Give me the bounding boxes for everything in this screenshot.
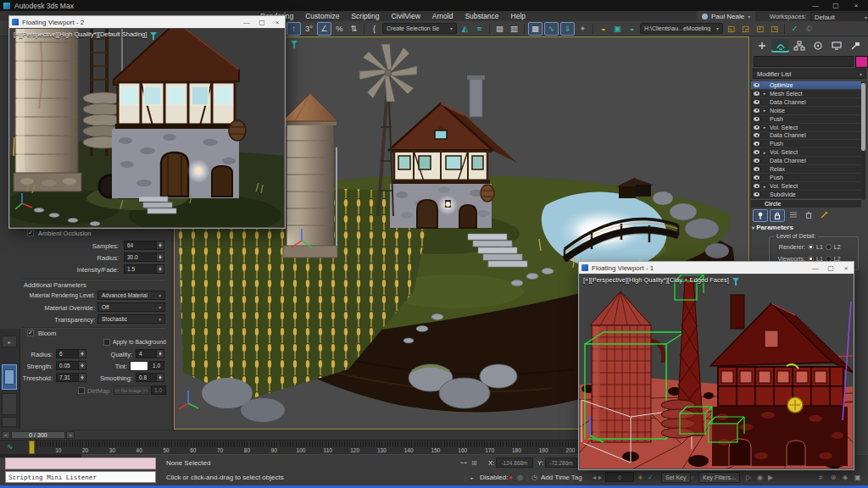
pin-stack-icon[interactable] bbox=[753, 209, 768, 222]
visibility-eye-icon[interactable] bbox=[754, 125, 760, 130]
floating-viewport-1-window[interactable]: Floating Viewport - 1 — ▢ × [+][Perspect… bbox=[578, 261, 854, 470]
samples-field[interactable]: 64 bbox=[124, 241, 164, 250]
strip-expand-button[interactable]: ▸ bbox=[2, 336, 17, 347]
modifier-row-relax[interactable]: Relax bbox=[751, 165, 861, 174]
base-object-row[interactable]: Circle bbox=[751, 199, 861, 208]
menu-civilview[interactable]: CivilView bbox=[385, 12, 426, 20]
previous-frame-button[interactable]: < bbox=[2, 431, 10, 439]
selection-set-dropdown[interactable]: Create Selection Se▾ bbox=[382, 23, 457, 34]
render-production-icon[interactable]: ◒ bbox=[626, 23, 638, 35]
quality-field[interactable]: 4 bbox=[136, 349, 164, 358]
spinner-arrows[interactable] bbox=[156, 350, 164, 358]
modifier-row-vol-select[interactable]: ▸Vol. Select bbox=[751, 124, 861, 132]
expand-arrow-icon[interactable]: ▸ bbox=[762, 125, 767, 130]
spinner-arrows[interactable] bbox=[78, 350, 86, 358]
parameters-rollout-header[interactable]: ▾ Parameters bbox=[752, 224, 867, 231]
percent-snap-icon[interactable]: % bbox=[333, 23, 346, 35]
maximize-icon[interactable]: ▢ bbox=[823, 263, 838, 274]
menu-scripting[interactable]: Scripting bbox=[345, 12, 385, 20]
arnold-disabled-icon[interactable]: © bbox=[803, 23, 815, 35]
modifier-row-push[interactable]: Push bbox=[751, 174, 861, 182]
threshold-field[interactable]: 7.31 bbox=[56, 373, 86, 382]
modifier-row-push[interactable]: Push bbox=[751, 140, 861, 148]
minimize-icon[interactable]: — bbox=[239, 17, 254, 28]
dirtmap-checkbox[interactable] bbox=[78, 387, 85, 394]
modifier-list-dropdown[interactable]: Modifier List ▾ bbox=[753, 69, 866, 79]
floating-viewport-2-window[interactable]: Floating Viewport - 2 — ▢ × [+][Perspect… bbox=[8, 15, 286, 229]
transparency-dropdown[interactable]: Stochastic▾ bbox=[97, 314, 165, 324]
dirtmap-value-field[interactable]: 1.0 bbox=[151, 385, 166, 395]
pan-icon[interactable]: ◈ bbox=[843, 474, 848, 481]
modifier-row-noise[interactable]: ▸Noise bbox=[751, 107, 861, 115]
time-tag-clock-icon[interactable]: ◷ bbox=[531, 474, 537, 481]
modifier-row-vol-select[interactable]: ▸Vol. Select bbox=[751, 182, 861, 191]
layer-explorer-icon[interactable]: ▥ bbox=[508, 23, 520, 35]
object-color-swatch[interactable] bbox=[855, 56, 868, 68]
key-filters-button[interactable]: Key Filters... bbox=[698, 472, 740, 483]
window-minimize-button[interactable]: — bbox=[805, 0, 826, 11]
maximize-viewport-icon[interactable]: ▣ bbox=[854, 474, 861, 481]
menu-substance[interactable]: Substance bbox=[459, 12, 504, 20]
viewport-filter-funnel-icon[interactable] bbox=[291, 41, 298, 45]
visibility-eye-icon[interactable] bbox=[754, 175, 760, 180]
make-unique-icon[interactable] bbox=[787, 209, 800, 220]
schematic-view-icon[interactable]: ⇓ bbox=[560, 22, 575, 36]
maxscript-mini-listener[interactable]: Scripting Mini Listener bbox=[5, 471, 156, 483]
user-account-menu[interactable]: Paul Neale ▾ bbox=[697, 11, 755, 21]
strip-active-button[interactable] bbox=[2, 364, 17, 390]
material-override-dropdown[interactable]: Off▾ bbox=[97, 302, 165, 312]
modifier-row-push[interactable]: Push bbox=[751, 115, 861, 124]
minimize-icon[interactable]: — bbox=[808, 263, 823, 274]
visibility-eye-icon[interactable] bbox=[754, 150, 760, 154]
modifier-row-optimize[interactable]: Optimize bbox=[751, 81, 861, 90]
key-lens-icon[interactable]: ○ bbox=[690, 474, 694, 481]
scene-explorer-icon[interactable]: ▤ bbox=[493, 23, 506, 35]
modifier-row-mesh-select[interactable]: ▸Mesh Select bbox=[751, 90, 861, 98]
renderer-l1-radio[interactable] bbox=[808, 244, 814, 250]
render-queue-icon[interactable]: ◳ bbox=[768, 23, 781, 35]
visibility-eye-icon[interactable] bbox=[754, 167, 760, 171]
absolute-mode-icon[interactable]: ⊞ bbox=[471, 459, 477, 467]
align-icon[interactable]: ≡ bbox=[473, 23, 486, 35]
tab-create-icon[interactable] bbox=[753, 39, 771, 53]
window-close-button[interactable]: × bbox=[846, 0, 866, 11]
set-key-button[interactable]: Set Key bbox=[661, 472, 691, 483]
ambient-occlusion-checkbox[interactable]: ✓ bbox=[27, 230, 34, 236]
strip-button[interactable] bbox=[2, 417, 17, 427]
expand-arrow-icon[interactable]: ▸ bbox=[762, 91, 767, 96]
close-icon[interactable]: × bbox=[270, 17, 285, 28]
previous-key-icon[interactable]: ◂ bbox=[593, 474, 596, 481]
bloom-radius-field[interactable]: 6 bbox=[56, 349, 86, 358]
viewport-label[interactable]: [+][Perspective][High Quality*][Default … bbox=[14, 30, 147, 38]
batch-render-icon[interactable]: ◰ bbox=[754, 23, 766, 35]
floating-viewport-2-canvas[interactable]: [+][Perspective][High Quality*][Default … bbox=[10, 29, 284, 227]
floating-viewport-2-titlebar[interactable]: Floating Viewport - 2 — ▢ × bbox=[9, 16, 285, 28]
edit-named-selection-icon[interactable]: { bbox=[368, 23, 381, 35]
visibility-eye-icon[interactable] bbox=[754, 92, 760, 96]
time-slider-handle[interactable]: 0 / 300 bbox=[11, 431, 65, 439]
viewport-label[interactable]: [+][Perspective][High Quality*][Clay + E… bbox=[583, 276, 729, 284]
render-setup-icon[interactable]: ◒ bbox=[597, 23, 609, 35]
zoom-icon[interactable]: ⊕ bbox=[831, 474, 837, 481]
window-maximize-button[interactable]: ▢ bbox=[826, 0, 846, 11]
modifier-row-vol-select[interactable]: ▸Vol. Select bbox=[751, 148, 861, 157]
show-end-result-icon[interactable] bbox=[770, 209, 785, 222]
current-frame-field[interactable]: 0 bbox=[605, 472, 634, 482]
maxscript-listener-pink-row[interactable] bbox=[5, 458, 156, 469]
remove-modifier-icon[interactable] bbox=[802, 209, 815, 220]
render-teapot-icon[interactable]: ◒ bbox=[470, 474, 474, 481]
visibility-eye-icon[interactable] bbox=[754, 108, 760, 113]
expand-arrow-icon[interactable]: ▸ bbox=[762, 184, 767, 189]
y-coordinate-field[interactable]: -72.286m bbox=[545, 458, 577, 468]
zoom-extents-icon[interactable]: # bbox=[819, 474, 822, 481]
place-tool-icon[interactable]: ⌖ bbox=[576, 23, 589, 35]
go-to-end-icon[interactable]: ◉ bbox=[757, 474, 763, 481]
visibility-eye-icon[interactable] bbox=[754, 133, 760, 137]
dirtmap-image-button[interactable]: << No Image >> bbox=[114, 385, 149, 395]
set-key-check-icon[interactable]: ✓ bbox=[648, 474, 654, 481]
close-icon[interactable]: × bbox=[838, 263, 854, 274]
selection-lock-icon[interactable]: ⊶ bbox=[460, 459, 467, 467]
radius-field[interactable]: 30.0 bbox=[124, 252, 164, 262]
configure-modifier-sets-icon[interactable] bbox=[817, 209, 831, 220]
mirror-icon[interactable]: ◭ bbox=[459, 23, 471, 35]
